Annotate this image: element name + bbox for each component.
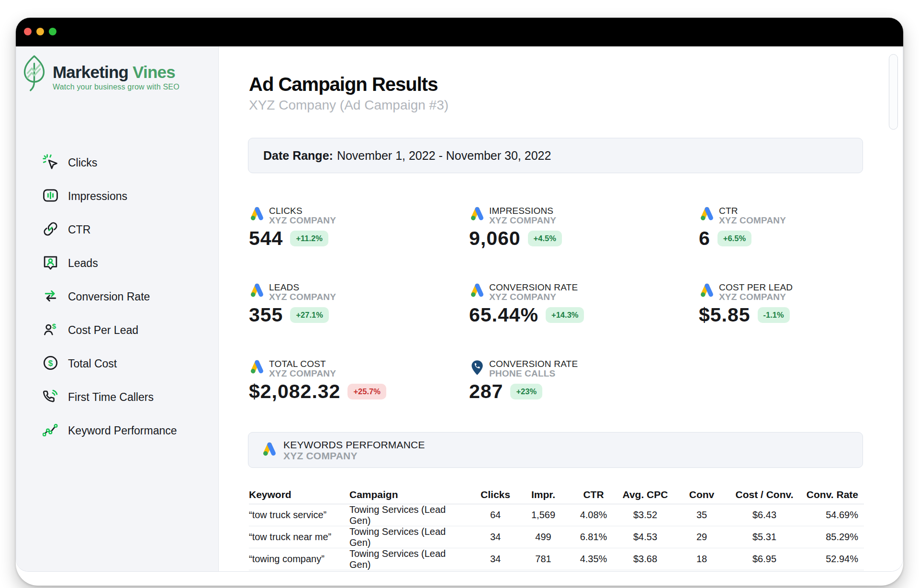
metric-card-leads: LEADS XYZ COMPANY 355 +27.1% <box>249 282 455 326</box>
minimize-window-button[interactable] <box>36 28 44 35</box>
metric-change-badge: +6.5% <box>717 231 751 246</box>
table-row: “tow truck near me”Towing Services (Lead… <box>249 526 864 548</box>
metric-subtitle: XYZ COMPANY <box>269 216 336 225</box>
dollar-circle-icon: $ <box>43 355 58 373</box>
metric-value: $2,082.32 <box>249 380 340 403</box>
table-cell: 52.94% <box>794 554 864 565</box>
table-cell: $4.53 <box>622 532 668 543</box>
metric-card-impressions: IMPRESSIONS XYZ COMPANY 9,060 +4.5% <box>469 206 675 250</box>
vertical-scrollbar-thumb[interactable] <box>889 54 898 130</box>
column-header: Cost / Conv. <box>735 489 794 500</box>
column-header: Avg. CPC <box>622 489 668 500</box>
column-header: Keyword <box>249 489 349 500</box>
keywords-header-subtitle: XYZ COMPANY <box>283 450 425 461</box>
column-header: Clicks <box>469 489 522 500</box>
metric-title: CTR <box>719 206 786 216</box>
table-cell: 34 <box>469 554 522 565</box>
column-header: CTR <box>565 489 622 500</box>
table-cell: 781 <box>522 554 565 565</box>
sidebar-item-total-cost[interactable]: $ Total Cost <box>43 347 177 380</box>
google-ads-icon <box>699 282 715 302</box>
sidebar-item-label: CTR <box>68 223 90 236</box>
metric-subtitle: PHONE CALLS <box>489 369 578 378</box>
close-window-button[interactable] <box>24 28 32 35</box>
metric-card-cost-per-lead: COST PER LEAD XYZ COMPANY $5.85 -1.1% <box>699 282 903 326</box>
table-cell: 18 <box>668 554 735 565</box>
trend-line-icon <box>43 422 58 440</box>
metric-title: TOTAL COST <box>269 359 336 369</box>
sidebar-item-label: Keyword Performance <box>68 424 177 437</box>
table-cell: 4.35% <box>565 554 622 565</box>
table-row: “tow truck service”Towing Services (Lead… <box>249 504 864 526</box>
table-row: “towing company”Towing Services (Lead Ge… <box>249 548 864 570</box>
sidebar-item-label: First Time Callers <box>68 391 154 404</box>
google-ads-icon <box>699 206 715 225</box>
table-cell: “tow truck service” <box>249 510 349 521</box>
metric-change-badge: +25.7% <box>347 384 386 399</box>
link-icon <box>43 221 58 239</box>
table-cell: “tow truck near me” <box>249 532 349 543</box>
metric-title: CLICKS <box>269 206 336 216</box>
column-header: Campaign <box>349 489 469 500</box>
metric-title: CONVERSION RATE <box>489 359 578 369</box>
table-cell: 4.08% <box>565 510 622 521</box>
metric-change-badge: +23% <box>510 384 542 399</box>
metric-value: 9,060 <box>469 227 521 250</box>
date-range-label: Date Range: <box>263 149 333 163</box>
brand-logo: Marketing Vines Watch your business grow… <box>23 55 179 95</box>
sidebar-item-impressions[interactable]: Impressions <box>43 179 177 213</box>
metric-subtitle: XYZ COMPANY <box>719 292 793 302</box>
metric-change-badge: +4.5% <box>528 231 562 246</box>
zoom-window-button[interactable] <box>49 28 56 35</box>
sidebar-item-label: Conversion Rate <box>68 290 150 303</box>
swap-arrows-icon <box>43 288 58 306</box>
sidebar-item-label: Impressions <box>68 190 127 203</box>
sidebar-item-ctr[interactable]: CTR <box>43 213 177 246</box>
window-titlebar <box>16 18 903 46</box>
brand-tagline: Watch your business grow with SEO <box>53 83 179 91</box>
table-cell: $6.95 <box>735 554 794 565</box>
sidebar-item-keyword-performance[interactable]: Keyword Performance <box>43 414 177 447</box>
date-range-box: Date Range: November 1, 2022 - November … <box>248 138 863 173</box>
table-cell: 499 <box>522 532 565 543</box>
sidebar-item-label: Clicks <box>68 156 97 169</box>
keywords-header-title: KEYWORDS PERFORMANCE <box>283 439 425 450</box>
sidebar-item-clicks[interactable]: Clicks <box>43 146 177 179</box>
sidebar-item-leads[interactable]: Leads <box>43 246 177 280</box>
metric-card-total-cost: TOTAL COST XYZ COMPANY $2,082.32 +25.7% <box>249 359 455 403</box>
lead-person-icon <box>43 255 58 272</box>
table-cell: $5.31 <box>735 532 794 543</box>
google-ads-icon <box>249 206 265 225</box>
sidebar-item-label: Total Cost <box>68 357 117 370</box>
app-window: Marketing Vines Watch your business grow… <box>16 18 903 586</box>
metric-subtitle: XYZ COMPANY <box>489 216 556 225</box>
metric-subtitle: XYZ COMPANY <box>489 292 578 302</box>
table-cell: 64 <box>469 510 522 521</box>
table-cell: $6.43 <box>735 510 794 521</box>
person-dollar-icon: $ <box>43 322 58 339</box>
metric-change-badge: +14.3% <box>546 307 584 323</box>
sidebar-item-conversion-rate[interactable]: Conversion Rate <box>43 280 177 313</box>
metric-value: 6 <box>699 227 710 250</box>
metric-value: 65.44% <box>469 304 538 326</box>
metric-card-conversion-rate: CONVERSION RATE XYZ COMPANY 65.44% +14.3… <box>469 282 675 326</box>
table-cell: 29 <box>668 532 735 543</box>
sidebar-item-first-time-callers[interactable]: First Time Callers <box>43 380 177 414</box>
table-cell: 35 <box>668 510 735 521</box>
table-cell: Towing Services (Lead Gen) <box>349 548 469 570</box>
google-ads-icon <box>261 441 278 459</box>
keywords-performance-header: KEYWORDS PERFORMANCE XYZ COMPANY <box>248 432 863 468</box>
table-cell: 6.81% <box>565 532 622 543</box>
metric-value: 287 <box>469 380 503 403</box>
page-title: Ad Campaign Results <box>249 74 437 95</box>
metric-title: CONVERSION RATE <box>489 283 578 292</box>
date-range-value: November 1, 2022 - November 30, 2022 <box>337 149 551 163</box>
brand-name: Marketing Vines <box>53 63 179 81</box>
phone-pin-icon <box>469 359 485 378</box>
table-header-row: KeywordCampaignClicksImpr.CTRAvg. CPCCon… <box>249 489 864 504</box>
metric-change-badge: +11.2% <box>290 231 328 246</box>
google-ads-icon <box>249 359 265 378</box>
sidebar-item-label: Leads <box>68 257 98 270</box>
table-cell: Towing Services (Lead Gen) <box>349 504 469 526</box>
sidebar-item-cost-per-lead[interactable]: $ Cost Per Lead <box>43 313 177 347</box>
